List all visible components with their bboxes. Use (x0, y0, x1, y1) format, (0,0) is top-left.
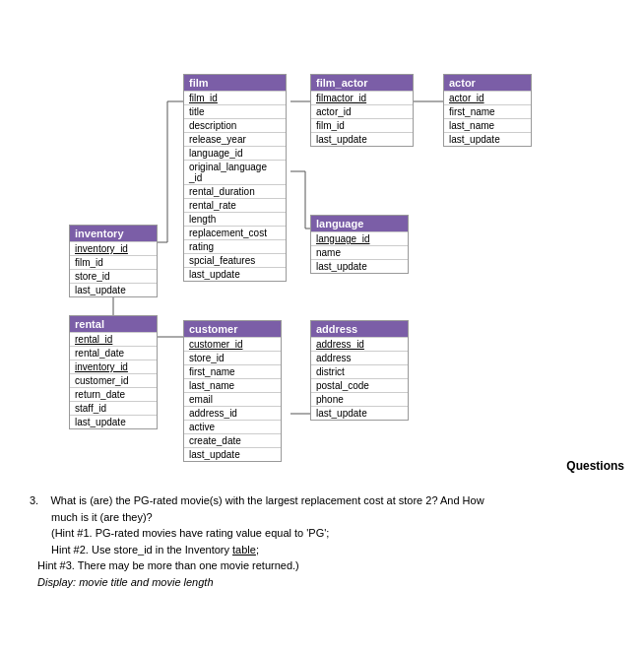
rental-field-inventory_id: inventory_id (70, 360, 157, 373)
film-table-header: film (184, 75, 286, 91)
film-field-rental_duration: rental_duration (184, 184, 286, 198)
question-text2: much is it (are they)? (30, 509, 614, 526)
film-field-film_id: film_id (184, 91, 286, 104)
customer-field-last_name: last_name (184, 378, 281, 392)
inventory-field-store_id: store_id (70, 269, 157, 283)
film-field-original_language_id: original_language_id (184, 160, 286, 184)
customer-table: customer customer_id store_id first_name… (183, 320, 282, 462)
language-field-language_id: language_id (311, 231, 408, 245)
film-actor-field-last_update: last_update (311, 132, 413, 146)
rental-field-last_update: last_update (70, 415, 157, 428)
film-table: film film_id title description release_y… (183, 74, 287, 282)
customer-field-active: active (184, 420, 281, 433)
actor-field-last_update: last_update (444, 132, 531, 146)
film-field-rental_rate: rental_rate (184, 198, 286, 212)
film-field-title: title (184, 104, 286, 118)
address-field-postal_code: postal_code (311, 378, 408, 392)
language-table: language language_id name last_update (310, 215, 409, 274)
question-hint1: (Hint #1. PG-rated movies have rating va… (30, 525, 614, 542)
inventory-field-inventory_id: inventory_id (70, 241, 157, 255)
film-actor-table-header: film_actor (311, 75, 413, 91)
address-table: address address_id address district post… (310, 320, 409, 421)
customer-table-header: customer (184, 321, 281, 337)
rental-field-rental_date: rental_date (70, 346, 157, 360)
film-field-description: description (184, 118, 286, 132)
address-field-last_update: last_update (311, 406, 408, 420)
film-field-last_update: last_update (184, 267, 286, 281)
rental-field-customer_id: customer_id (70, 373, 157, 387)
film-actor-table: film_actor filmactor_id actor_id film_id… (310, 74, 414, 147)
actor-table-header: actor (444, 75, 531, 91)
address-field-phone: phone (311, 392, 408, 406)
film-actor-field-film_id: film_id (311, 118, 413, 132)
question-hint3: Hint #3. There may be more than one movi… (30, 557, 614, 574)
address-field-address: address (311, 351, 408, 364)
question-block: 3. What is (are) the PG-rated movie(s) w… (30, 492, 614, 590)
inventory-field-film_id: film_id (70, 255, 157, 269)
rental-table-header: rental (70, 316, 157, 332)
rental-field-return_date: return_date (70, 387, 157, 401)
customer-field-last_update: last_update (184, 447, 281, 461)
rental-field-staff_id: staff_id (70, 401, 157, 415)
question-text1: What is (are) the PG-rated movie(s) with… (50, 494, 483, 506)
film-field-replacement_cost: replacement_cost (184, 226, 286, 239)
film-field-release_year: release_year (184, 132, 286, 146)
film-actor-field-filmactor_id: filmactor_id (311, 91, 413, 104)
address-table-header: address (311, 321, 408, 337)
film-field-length: length (184, 212, 286, 226)
actor-table: actor actor_id first_name last_name last… (443, 74, 532, 147)
questions-label: Questions (566, 459, 624, 473)
actor-field-actor_id: actor_id (444, 91, 531, 104)
question-number: 3. (30, 494, 38, 506)
inventory-table-header: inventory (70, 226, 157, 241)
question-hint2: Hint #2. Use store_id in the Inventory t… (30, 542, 614, 558)
questions-area: 3. What is (are) the PG-rated movie(s) w… (0, 483, 644, 600)
diagram-area: film film_id title description release_y… (0, 0, 644, 483)
language-field-name: name (311, 245, 408, 259)
actor-field-first_name: first_name (444, 104, 531, 118)
address-field-address_id: address_id (311, 337, 408, 351)
film-field-spcial_features: spcial_features (184, 253, 286, 267)
language-field-last_update: last_update (311, 259, 408, 273)
language-table-header: language (311, 216, 408, 231)
customer-field-create_date: create_date (184, 433, 281, 447)
customer-field-store_id: store_id (184, 351, 281, 364)
actor-field-last_name: last_name (444, 118, 531, 132)
hint2-table-link[interactable]: table (232, 544, 256, 556)
customer-field-email: email (184, 392, 281, 406)
customer-field-customer_id: customer_id (184, 337, 281, 351)
question-display: Display: movie title and movie length (30, 574, 614, 591)
rental-field-rental_id: rental_id (70, 332, 157, 346)
rental-table: rental rental_id rental_date inventory_i… (69, 315, 158, 429)
customer-field-address_id: address_id (184, 406, 281, 420)
customer-field-first_name: first_name (184, 364, 281, 378)
film-field-language_id: language_id (184, 146, 286, 160)
address-field-district: district (311, 364, 408, 378)
film-actor-field-actor_id: actor_id (311, 104, 413, 118)
film-field-rating: rating (184, 239, 286, 253)
inventory-field-last_update: last_update (70, 283, 157, 296)
inventory-table: inventory inventory_id film_id store_id … (69, 225, 158, 297)
